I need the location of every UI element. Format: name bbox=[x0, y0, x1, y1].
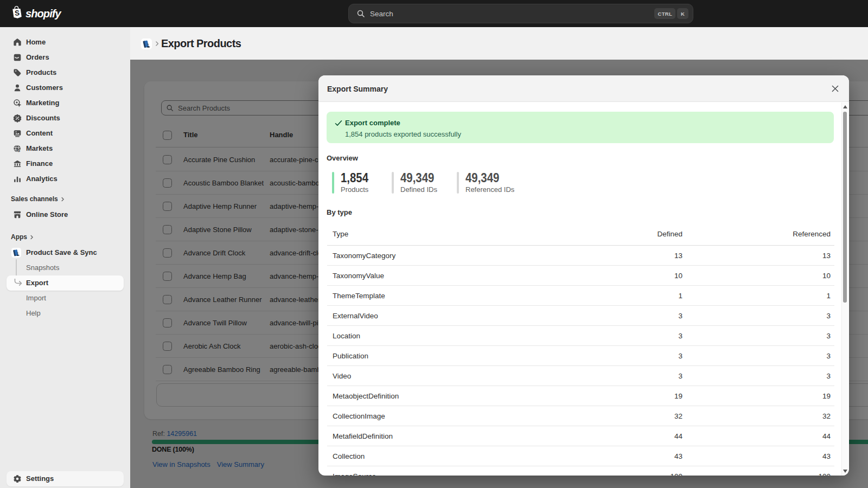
sidebar-item-discounts[interactable]: Discounts bbox=[7, 111, 124, 126]
referenced-count: 1 bbox=[826, 286, 831, 306]
sidebar-item-finance[interactable]: Finance bbox=[7, 156, 124, 171]
banner-message: 1,854 products exported successfully bbox=[345, 130, 461, 139]
chevron-right-icon bbox=[29, 234, 35, 240]
defined-count: 19 bbox=[674, 386, 682, 406]
by-type-row: TaxonomyValue 10 10 bbox=[327, 266, 834, 286]
type-name: Collection bbox=[333, 446, 365, 466]
sidebar-nav: Home Orders Products Customers Marketing… bbox=[0, 27, 130, 488]
products-tag-icon bbox=[12, 68, 22, 78]
scrollbar-thumb[interactable] bbox=[843, 112, 847, 303]
sidebar-item-home[interactable]: Home bbox=[7, 35, 124, 50]
top-bar: S shopify Search CTRL K bbox=[0, 0, 868, 27]
referenced-count: 3 bbox=[826, 366, 831, 386]
shopify-logo[interactable]: S shopify bbox=[10, 5, 61, 21]
elbow-arrow-icon bbox=[14, 279, 23, 287]
export-summary-modal: Export Summary Export complete 1,854 pro… bbox=[318, 75, 849, 476]
svg-text:S: S bbox=[15, 9, 20, 17]
sidebar-item-import[interactable]: Import bbox=[7, 291, 124, 306]
global-search-input[interactable]: Search CTRL K bbox=[348, 4, 693, 23]
sidebar-item-help[interactable]: Help bbox=[7, 306, 124, 321]
referenced-count: 32 bbox=[822, 406, 831, 426]
sidebar-item-products[interactable]: Products bbox=[7, 65, 124, 80]
defined-count: 43 bbox=[674, 446, 682, 466]
scrollbar-up-arrow-icon[interactable] bbox=[843, 105, 847, 108]
apps-header[interactable]: Apps bbox=[11, 233, 35, 241]
orders-icon bbox=[12, 53, 22, 62]
sidebar-item-snapshots[interactable]: Snapshots bbox=[7, 260, 124, 275]
close-icon[interactable] bbox=[829, 82, 841, 94]
type-name: MetaobjectDefinition bbox=[333, 386, 399, 406]
by-type-row: Location 3 3 bbox=[327, 326, 834, 346]
referenced-count: 3 bbox=[826, 326, 831, 346]
page-header: Export Products bbox=[130, 27, 868, 60]
finance-bank-icon bbox=[12, 159, 22, 169]
breadcrumb-chevron-icon bbox=[154, 40, 161, 47]
home-icon bbox=[12, 37, 22, 47]
type-name: MetafieldDefinition bbox=[333, 426, 393, 446]
success-banner: Export complete 1,854 products exported … bbox=[327, 112, 834, 143]
by-type-row: ThemeTemplate 1 1 bbox=[327, 286, 834, 306]
modal-scrollbar[interactable] bbox=[841, 102, 848, 476]
referenced-count: 19 bbox=[822, 386, 831, 406]
sidebar-item-markets[interactable]: $ Markets bbox=[7, 141, 124, 156]
overview-heading: Overview bbox=[327, 154, 358, 162]
svg-text:$: $ bbox=[18, 148, 21, 153]
referenced-count: 10 bbox=[822, 266, 831, 286]
storefront-icon bbox=[12, 210, 22, 220]
type-name: CollectionImage bbox=[333, 406, 385, 426]
by-type-row: MetafieldDefinition 44 44 bbox=[327, 426, 834, 446]
markets-globe-icon: $ bbox=[12, 144, 22, 153]
defined-count: 3 bbox=[678, 346, 682, 366]
sidebar-item-online-store[interactable]: Online Store bbox=[7, 207, 124, 222]
type-name: Publication bbox=[333, 346, 368, 366]
search-icon bbox=[356, 9, 366, 18]
modal-title: Export Summary bbox=[327, 75, 388, 103]
defined-count: 32 bbox=[674, 406, 682, 426]
type-name: TaxonomyValue bbox=[333, 266, 384, 286]
stat-accent-bar bbox=[457, 172, 459, 194]
by-type-row: CollectionImage 32 32 bbox=[327, 406, 834, 426]
sidebar-item-export[interactable]: Export bbox=[7, 275, 124, 291]
k-key-badge: K bbox=[677, 8, 688, 19]
sidebar-item-orders[interactable]: Orders bbox=[7, 50, 124, 65]
defined-count: 100 bbox=[670, 466, 682, 476]
discounts-icon bbox=[12, 113, 22, 123]
defined-count: 3 bbox=[678, 306, 682, 326]
defined-count: 1 bbox=[678, 286, 682, 306]
by-type-row: Publication 3 3 bbox=[327, 346, 834, 366]
referenced-count: 44 bbox=[822, 426, 831, 446]
type-name: ImageSource bbox=[333, 466, 376, 476]
by-type-table: TaxonomyCategory 13 13 TaxonomyValue 10 … bbox=[327, 246, 834, 476]
modal-header: Export Summary bbox=[318, 75, 849, 102]
banner-heading: Export complete bbox=[345, 119, 400, 127]
ctrl-key-badge: CTRL bbox=[654, 8, 675, 19]
by-type-row: TaxonomyCategory 13 13 bbox=[327, 246, 834, 266]
sidebar-item-settings[interactable]: Settings bbox=[7, 471, 124, 486]
defined-count: 10 bbox=[674, 266, 682, 286]
by-type-row: MetaobjectDefinition 19 19 bbox=[327, 386, 834, 406]
sales-channels-header[interactable]: Sales channels bbox=[11, 195, 66, 203]
app-product-save-sync-icon[interactable] bbox=[141, 38, 152, 49]
sidebar-item-customers[interactable]: Customers bbox=[7, 80, 124, 95]
defined-count: 13 bbox=[674, 246, 682, 266]
referenced-count: 43 bbox=[822, 446, 831, 466]
by-type-row: Collection 43 43 bbox=[327, 446, 834, 466]
sidebar-item-content[interactable]: Content bbox=[7, 126, 124, 141]
type-name: ExternalVideo bbox=[333, 306, 378, 326]
content-icon bbox=[12, 129, 22, 138]
by-type-row: ImageSource 100 100 bbox=[327, 466, 834, 476]
referenced-count: 3 bbox=[826, 346, 831, 366]
app-product-save-sync-icon bbox=[11, 248, 21, 258]
stat-accent-bar bbox=[332, 172, 334, 194]
sidebar-item-marketing[interactable]: Marketing bbox=[7, 95, 124, 111]
sidebar-item-app-product-save-sync[interactable]: Product Save & Sync bbox=[7, 245, 124, 260]
scrollbar-down-arrow-icon[interactable] bbox=[843, 470, 847, 473]
marketing-icon bbox=[12, 98, 22, 108]
shopify-bag-icon: S bbox=[10, 5, 23, 21]
referenced-count: 3 bbox=[826, 306, 831, 326]
type-name: Video bbox=[333, 366, 351, 386]
search-shortcut: CTRL K bbox=[654, 8, 688, 19]
by-type-heading: By type bbox=[327, 208, 352, 216]
type-name: ThemeTemplate bbox=[333, 286, 385, 306]
sidebar-item-analytics[interactable]: Analytics bbox=[7, 171, 124, 187]
